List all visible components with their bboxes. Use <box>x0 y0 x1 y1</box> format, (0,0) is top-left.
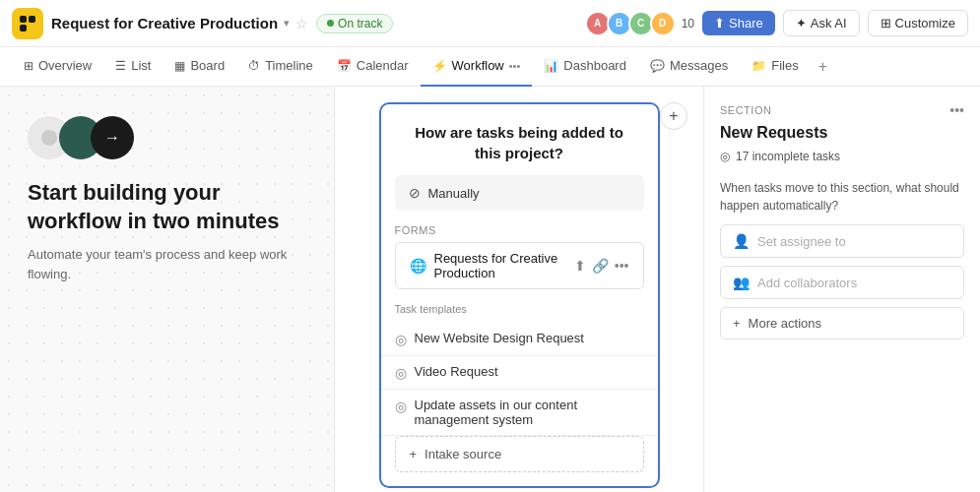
main-content: → Start building your workflow in two mi… <box>0 87 980 492</box>
tab-list[interactable]: ☰ List <box>103 47 163 87</box>
list-icon: ☰ <box>115 59 126 73</box>
link-icon[interactable]: 🔗 <box>592 258 609 274</box>
dashboard-icon: 📊 <box>544 59 558 73</box>
title-group: Request for Creative Production ▾ ☆ <box>51 15 308 31</box>
form-actions: ⬆ 🔗 ••• <box>574 258 629 274</box>
task-item[interactable]: ◎ Update assets in our content managemen… <box>381 390 658 436</box>
board-icon: ▦ <box>174 59 185 73</box>
more-actions-row[interactable]: + More actions <box>720 307 964 339</box>
tab-calendar[interactable]: 📅 Calendar <box>325 47 421 87</box>
tab-files[interactable]: 📁 Files <box>740 47 810 87</box>
svg-point-3 <box>41 130 57 146</box>
task-check-icon: ◎ <box>395 365 407 381</box>
tab-dashboard[interactable]: 📊 Dashboard <box>532 47 638 87</box>
messages-icon: 💬 <box>650 59 665 73</box>
top-bar: Request for Creative Production ▾ ☆ On t… <box>0 0 980 47</box>
calendar-icon: 📅 <box>337 59 352 73</box>
add-collaborators-row[interactable]: 👥 Add collaborators <box>720 266 964 299</box>
tab-messages[interactable]: 💬 Messages <box>638 47 740 87</box>
right-section-title: New Requests <box>720 124 964 142</box>
intake-label: Intake source <box>425 447 501 461</box>
files-icon: 📁 <box>751 59 766 73</box>
avatar: D <box>650 11 676 36</box>
task-label: Update assets in our content management … <box>415 398 644 427</box>
task-label: Video Request <box>415 364 498 379</box>
center-card: How are tasks being added to this projec… <box>379 102 660 488</box>
set-assignee-label: Set assignee to <box>757 234 846 249</box>
manually-row[interactable]: ⊘ Manually <box>395 175 644 211</box>
add-tab-button[interactable]: + <box>811 58 835 76</box>
avatar-count: 10 <box>682 17 694 31</box>
add-button[interactable]: + <box>660 102 687 130</box>
svg-point-4 <box>73 130 89 146</box>
intake-source-row[interactable]: + Intake source <box>395 436 644 472</box>
tasks-icon: ◎ <box>720 150 730 163</box>
status-badge[interactable]: On track <box>316 14 393 33</box>
left-subtext: Automate your team's process and keep wo… <box>28 245 306 283</box>
overview-icon: ⊞ <box>24 59 33 73</box>
tab-timeline[interactable]: ⏱ Timeline <box>236 47 325 87</box>
collaborators-icon: 👥 <box>733 275 750 290</box>
add-collaborators-label: Add collaborators <box>757 276 857 290</box>
task-check-icon: ◎ <box>395 399 407 414</box>
timeline-icon: ⏱ <box>248 59 260 73</box>
right-section-label: Section <box>720 104 771 116</box>
card-header: How are tasks being added to this projec… <box>381 104 658 175</box>
manually-label: Manually <box>428 186 480 201</box>
task-templates-label: Task templates <box>381 303 658 323</box>
globe-icon: 🌐 <box>410 258 426 274</box>
task-label: New Website Design Request <box>415 331 584 345</box>
svg-rect-2 <box>20 25 27 31</box>
right-section-header: Section ••• <box>720 102 964 118</box>
right-panel: Section ••• New Requests ◎ 17 incomplete… <box>704 87 980 492</box>
ask-ai-button[interactable]: ✦ Ask AI <box>783 10 860 36</box>
circle-arrow-icon: → <box>91 116 134 159</box>
svg-rect-1 <box>29 16 35 23</box>
customize-button[interactable]: ⊞ Customize <box>868 10 968 36</box>
task-item[interactable]: ◎ Video Request <box>381 356 658 390</box>
assignee-icon: 👤 <box>733 233 750 249</box>
status-dot <box>327 20 334 27</box>
ai-icon: ✦ <box>796 16 807 31</box>
workflow-more-icon[interactable]: ••• <box>509 60 521 72</box>
app-logo <box>12 8 43 39</box>
manually-icon: ⊘ <box>409 185 421 201</box>
customize-icon: ⊞ <box>881 16 891 31</box>
plus-more-icon: + <box>733 316 741 331</box>
section-more-icon[interactable]: ••• <box>949 102 964 118</box>
incomplete-tasks-row: ◎ 17 incomplete tasks <box>720 150 964 163</box>
form-item[interactable]: 🌐 Requests for Creative Production ⬆ 🔗 •… <box>395 242 644 289</box>
avatars-group: A B C D 10 <box>585 11 694 36</box>
dropdown-icon[interactable]: ▾ <box>284 17 290 30</box>
task-check-icon: ◎ <box>395 332 407 347</box>
form-item-left: 🌐 Requests for Creative Production <box>410 251 574 280</box>
set-assignee-row[interactable]: 👤 Set assignee to <box>720 224 964 258</box>
share-button[interactable]: ⬆ Share <box>702 11 775 35</box>
left-panel: → Start building your workflow in two mi… <box>0 87 335 492</box>
left-panel-content: → Start building your workflow in two mi… <box>28 116 306 283</box>
svg-rect-0 <box>20 16 27 23</box>
left-heading: Start building your workflow in two minu… <box>28 179 306 235</box>
nav-tabs: ⊞ Overview ☰ List ▦ Board ⏱ Timeline 📅 C… <box>0 47 980 87</box>
task-item[interactable]: ◎ New Website Design Request <box>381 323 658 356</box>
status-label: On track <box>338 17 382 31</box>
tab-board[interactable]: ▦ Board <box>163 47 236 87</box>
star-icon[interactable]: ☆ <box>295 16 308 31</box>
more-actions-label: More actions <box>749 316 821 331</box>
tab-overview[interactable]: ⊞ Overview <box>12 47 103 87</box>
project-title: Request for Creative Production <box>51 15 278 31</box>
workflow-icon-group: → <box>28 116 306 159</box>
forms-section-label: Forms <box>381 224 658 242</box>
share-icon: ⬆ <box>714 16 725 31</box>
workflow-icon: ⚡ <box>432 59 447 73</box>
more-icon[interactable]: ••• <box>615 258 629 274</box>
center-panel: + How are tasks being added to this proj… <box>335 87 704 492</box>
plus-icon: + <box>410 447 418 461</box>
incomplete-tasks-label: 17 incomplete tasks <box>736 150 840 163</box>
tab-workflow[interactable]: ⚡ Workflow ••• <box>421 47 533 87</box>
right-question: When tasks move to this section, what sh… <box>720 179 964 215</box>
share-form-icon[interactable]: ⬆ <box>574 258 586 274</box>
form-name: Requests for Creative Production <box>434 251 574 280</box>
